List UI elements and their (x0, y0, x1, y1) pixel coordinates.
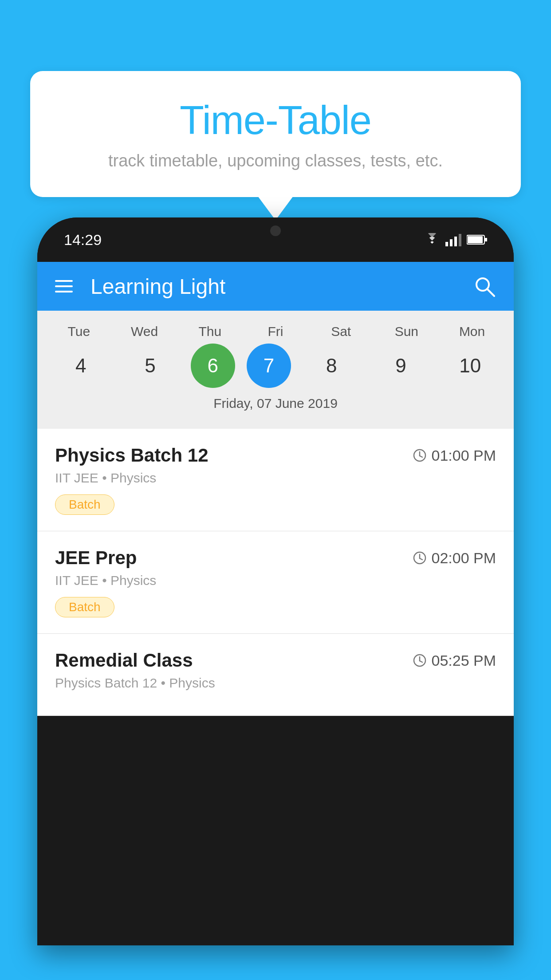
schedule-time-2: 02:00 PM (413, 549, 496, 567)
schedule-item-1-top: Physics Batch 12 01:00 PM (55, 445, 496, 466)
day-8[interactable]: 8 (303, 344, 360, 388)
calendar-strip: Tue Wed Thu Fri Sat Sun Mon 4 5 6 7 8 9 … (37, 311, 514, 429)
svg-rect-0 (445, 242, 448, 246)
clock-icon-1 (413, 448, 427, 462)
schedule-title-3: Remedial Class (55, 650, 193, 671)
svg-line-14 (420, 558, 422, 560)
schedule-time-1: 01:00 PM (413, 447, 496, 464)
phone-frame: 14:29 (37, 217, 514, 945)
schedule-subtitle-3: Physics Batch 12 • Physics (55, 676, 496, 691)
day-label-sun: Sun (378, 324, 435, 339)
bubble-title: Time-Table (52, 98, 499, 143)
svg-rect-2 (454, 237, 457, 246)
schedule-item-2-top: JEE Prep 02:00 PM (55, 547, 496, 569)
phone-screen: Learning Light Tue Wed Thu Fri Sat Sun M… (37, 262, 514, 716)
day-label-mon: Mon (443, 324, 501, 339)
schedule-item-2[interactable]: JEE Prep 02:00 PM IIT JEE • Physics Batc… (37, 531, 514, 634)
speech-bubble: Time-Table track timetable, upcoming cla… (30, 71, 521, 197)
schedule-subtitle-2: IIT JEE • Physics (55, 573, 496, 588)
day-numbers: 4 5 6 7 8 9 10 (37, 339, 514, 392)
selected-date-label: Friday, 07 June 2019 (37, 392, 514, 420)
bubble-subtitle: track timetable, upcoming classes, tests… (52, 151, 499, 170)
batch-badge-1: Batch (55, 494, 114, 515)
day-label-fri: Fri (247, 324, 304, 339)
day-10[interactable]: 10 (441, 344, 499, 388)
clock-icon-3 (413, 653, 427, 668)
battery-icon (467, 234, 487, 245)
status-icons (424, 233, 487, 246)
phone-container: 14:29 (37, 217, 514, 980)
svg-rect-1 (450, 239, 453, 246)
schedule-time-3: 05:25 PM (413, 652, 496, 669)
camera-dot (270, 225, 281, 236)
search-icon[interactable] (473, 275, 496, 298)
day-headers: Tue Wed Thu Fri Sat Sun Mon (37, 320, 514, 339)
signal-icon (445, 233, 461, 246)
schedule-item-3[interactable]: Remedial Class 05:25 PM Physics Batch 12… (37, 634, 514, 716)
day-label-thu: Thu (181, 324, 239, 339)
app-header: Learning Light (37, 262, 514, 311)
schedule-title-2: JEE Prep (55, 547, 137, 569)
status-time: 14:29 (64, 231, 102, 249)
notch (236, 217, 315, 244)
status-bar: 14:29 (37, 217, 514, 262)
svg-rect-5 (468, 236, 483, 243)
svg-line-17 (420, 661, 422, 662)
schedule-list: Physics Batch 12 01:00 PM IIT JEE • Phys… (37, 429, 514, 716)
schedule-subtitle-1: IIT JEE • Physics (55, 470, 496, 486)
schedule-item-1[interactable]: Physics Batch 12 01:00 PM IIT JEE • Phys… (37, 429, 514, 531)
batch-badge-2: Batch (55, 597, 114, 617)
day-6-today[interactable]: 6 (191, 344, 235, 388)
day-label-wed: Wed (116, 324, 173, 339)
hamburger-menu-icon[interactable] (55, 280, 73, 292)
day-label-sat: Sat (312, 324, 370, 339)
day-label-tue: Tue (50, 324, 108, 339)
svg-line-11 (420, 456, 422, 457)
clock-icon-2 (413, 551, 427, 565)
svg-rect-3 (459, 234, 461, 246)
day-7-selected[interactable]: 7 (247, 344, 291, 388)
svg-line-8 (487, 289, 494, 296)
schedule-item-3-top: Remedial Class 05:25 PM (55, 650, 496, 671)
day-9[interactable]: 9 (372, 344, 430, 388)
day-4[interactable]: 4 (52, 344, 110, 388)
schedule-title-1: Physics Batch 12 (55, 445, 209, 466)
svg-rect-6 (485, 238, 487, 241)
app-title: Learning Light (91, 274, 455, 299)
wifi-icon (424, 233, 440, 246)
day-5[interactable]: 5 (121, 344, 179, 388)
